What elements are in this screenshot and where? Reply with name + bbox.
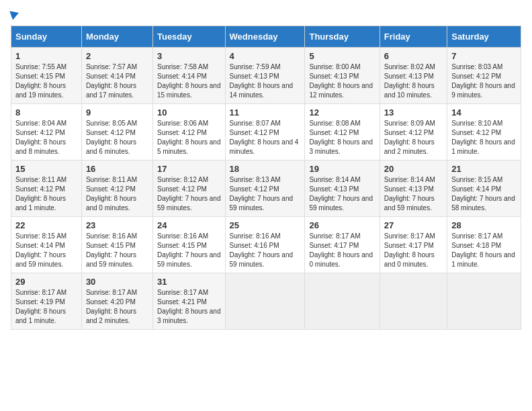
calendar-cell: 16Sunrise: 8:11 AMSunset: 4:12 PMDayligh… (81, 161, 152, 217)
calendar-cell: 19Sunrise: 8:14 AMSunset: 4:13 PMDayligh… (305, 161, 380, 217)
calendar-cell: 25Sunrise: 8:16 AMSunset: 4:16 PMDayligh… (225, 217, 305, 273)
weekday-monday: Monday (81, 26, 152, 48)
cell-info: Sunrise: 8:14 AMSunset: 4:13 PMDaylight:… (384, 175, 443, 213)
cell-info: Sunrise: 8:04 AMSunset: 4:12 PMDaylight:… (15, 119, 77, 156)
cell-info: Sunrise: 8:16 AMSunset: 4:15 PMDaylight:… (157, 232, 221, 269)
week-row-3: 15Sunrise: 8:11 AMSunset: 4:12 PMDayligh… (11, 161, 521, 217)
cell-info: Sunrise: 8:10 AMSunset: 4:12 PMDaylight:… (451, 119, 517, 156)
cell-info: Sunrise: 8:06 AMSunset: 4:12 PMDaylight:… (157, 119, 221, 156)
week-row-2: 8Sunrise: 8:04 AMSunset: 4:12 PMDaylight… (11, 104, 521, 161)
logo (11, 11, 19, 19)
calendar-cell: 10Sunrise: 8:06 AMSunset: 4:12 PMDayligh… (152, 104, 225, 161)
cell-info: Sunrise: 8:00 AMSunset: 4:13 PMDaylight:… (309, 62, 375, 100)
cell-info: Sunrise: 8:09 AMSunset: 4:12 PMDaylight:… (384, 119, 443, 156)
calendar-cell: 1Sunrise: 7:55 AMSunset: 4:15 PMDaylight… (11, 48, 82, 104)
week-row-4: 22Sunrise: 8:15 AMSunset: 4:14 PMDayligh… (11, 217, 521, 273)
week-row-1: 1Sunrise: 7:55 AMSunset: 4:15 PMDaylight… (11, 48, 521, 104)
calendar-cell: 5Sunrise: 8:00 AMSunset: 4:13 PMDaylight… (305, 48, 380, 104)
calendar-cell: 4Sunrise: 7:59 AMSunset: 4:13 PMDaylight… (225, 48, 305, 104)
day-number: 6 (384, 51, 443, 61)
cell-info: Sunrise: 8:02 AMSunset: 4:13 PMDaylight:… (384, 62, 443, 100)
calendar-cell: 30Sunrise: 8:17 AMSunset: 4:20 PMDayligh… (81, 273, 152, 330)
day-number: 10 (157, 107, 221, 118)
calendar-cell: 24Sunrise: 8:16 AMSunset: 4:15 PMDayligh… (152, 217, 225, 273)
weekday-tuesday: Tuesday (152, 26, 225, 48)
weekday-thursday: Thursday (305, 26, 380, 48)
calendar-cell: 26Sunrise: 8:17 AMSunset: 4:17 PMDayligh… (305, 217, 380, 273)
calendar-cell: 3Sunrise: 7:58 AMSunset: 4:14 PMDaylight… (152, 48, 225, 104)
day-number: 15 (15, 164, 77, 174)
calendar-cell: 29Sunrise: 8:17 AMSunset: 4:19 PMDayligh… (11, 273, 82, 330)
cell-info: Sunrise: 8:16 AMSunset: 4:16 PMDaylight:… (230, 232, 301, 269)
cell-info: Sunrise: 8:11 AMSunset: 4:12 PMDaylight:… (86, 175, 148, 213)
day-number: 22 (15, 220, 77, 230)
day-number: 13 (384, 107, 443, 118)
calendar-cell: 20Sunrise: 8:14 AMSunset: 4:13 PMDayligh… (380, 161, 447, 217)
cell-info: Sunrise: 8:14 AMSunset: 4:13 PMDaylight:… (309, 175, 375, 213)
day-number: 2 (86, 51, 148, 61)
calendar-cell: 13Sunrise: 8:09 AMSunset: 4:12 PMDayligh… (380, 104, 447, 161)
calendar-cell: 22Sunrise: 8:15 AMSunset: 4:14 PMDayligh… (11, 217, 82, 273)
cell-info: Sunrise: 8:17 AMSunset: 4:21 PMDaylight:… (157, 288, 221, 326)
cell-info: Sunrise: 7:58 AMSunset: 4:14 PMDaylight:… (157, 62, 221, 100)
weekday-header-row: SundayMondayTuesdayWednesdayThursdayFrid… (11, 26, 521, 48)
day-number: 19 (309, 164, 375, 174)
cell-info: Sunrise: 8:13 AMSunset: 4:12 PMDaylight:… (230, 175, 301, 213)
cell-info: Sunrise: 8:05 AMSunset: 4:12 PMDaylight:… (86, 119, 148, 156)
calendar-cell: 21Sunrise: 8:15 AMSunset: 4:14 PMDayligh… (447, 161, 521, 217)
calendar-cell: 15Sunrise: 8:11 AMSunset: 4:12 PMDayligh… (11, 161, 82, 217)
cell-info: Sunrise: 8:17 AMSunset: 4:19 PMDaylight:… (15, 288, 77, 326)
cell-info: Sunrise: 8:03 AMSunset: 4:12 PMDaylight:… (451, 62, 517, 100)
calendar-cell: 7Sunrise: 8:03 AMSunset: 4:12 PMDaylight… (447, 48, 521, 104)
day-number: 11 (230, 107, 301, 118)
calendar-cell (305, 273, 380, 330)
calendar-cell: 28Sunrise: 8:17 AMSunset: 4:18 PMDayligh… (447, 217, 521, 273)
day-number: 16 (86, 164, 148, 174)
calendar-cell: 12Sunrise: 8:08 AMSunset: 4:12 PMDayligh… (305, 104, 380, 161)
day-number: 12 (309, 107, 375, 118)
day-number: 21 (451, 164, 517, 174)
week-row-5: 29Sunrise: 8:17 AMSunset: 4:19 PMDayligh… (11, 273, 521, 330)
day-number: 23 (86, 220, 148, 230)
day-number: 27 (384, 220, 443, 230)
day-number: 18 (230, 164, 301, 174)
calendar-cell (225, 273, 305, 330)
cell-info: Sunrise: 8:15 AMSunset: 4:14 PMDaylight:… (15, 232, 77, 269)
page-header (11, 11, 521, 19)
cell-info: Sunrise: 8:17 AMSunset: 4:17 PMDaylight:… (309, 232, 375, 269)
day-number: 9 (86, 107, 148, 118)
cell-info: Sunrise: 8:07 AMSunset: 4:12 PMDaylight:… (230, 119, 301, 156)
cell-info: Sunrise: 8:15 AMSunset: 4:14 PMDaylight:… (451, 175, 517, 213)
calendar-cell: 27Sunrise: 8:17 AMSunset: 4:17 PMDayligh… (380, 217, 447, 273)
calendar-cell: 14Sunrise: 8:10 AMSunset: 4:12 PMDayligh… (447, 104, 521, 161)
day-number: 4 (230, 51, 301, 61)
cell-info: Sunrise: 7:55 AMSunset: 4:15 PMDaylight:… (15, 62, 77, 100)
day-number: 26 (309, 220, 375, 230)
calendar-cell: 9Sunrise: 8:05 AMSunset: 4:12 PMDaylight… (81, 104, 152, 161)
calendar-cell: 31Sunrise: 8:17 AMSunset: 4:21 PMDayligh… (152, 273, 225, 330)
day-number: 3 (157, 51, 221, 61)
day-number: 20 (384, 164, 443, 174)
day-number: 28 (451, 220, 517, 230)
calendar-cell: 8Sunrise: 8:04 AMSunset: 4:12 PMDaylight… (11, 104, 82, 161)
weekday-sunday: Sunday (11, 26, 82, 48)
cell-info: Sunrise: 7:57 AMSunset: 4:14 PMDaylight:… (86, 62, 148, 100)
weekday-friday: Friday (380, 26, 447, 48)
day-number: 14 (451, 107, 517, 118)
calendar-cell (447, 273, 521, 330)
cell-info: Sunrise: 8:17 AMSunset: 4:18 PMDaylight:… (451, 232, 517, 269)
day-number: 17 (157, 164, 221, 174)
day-number: 24 (157, 220, 221, 230)
calendar-cell: 23Sunrise: 8:16 AMSunset: 4:15 PMDayligh… (81, 217, 152, 273)
cell-info: Sunrise: 8:17 AMSunset: 4:20 PMDaylight:… (86, 288, 148, 326)
weekday-wednesday: Wednesday (225, 26, 305, 48)
day-number: 8 (15, 107, 77, 118)
calendar-cell: 11Sunrise: 8:07 AMSunset: 4:12 PMDayligh… (225, 104, 305, 161)
cell-info: Sunrise: 7:59 AMSunset: 4:13 PMDaylight:… (230, 62, 301, 100)
day-number: 31 (157, 277, 221, 287)
day-number: 7 (451, 51, 517, 61)
day-number: 29 (15, 277, 77, 287)
day-number: 5 (309, 51, 375, 61)
calendar-cell (380, 273, 447, 330)
calendar-cell: 6Sunrise: 8:02 AMSunset: 4:13 PMDaylight… (380, 48, 447, 104)
